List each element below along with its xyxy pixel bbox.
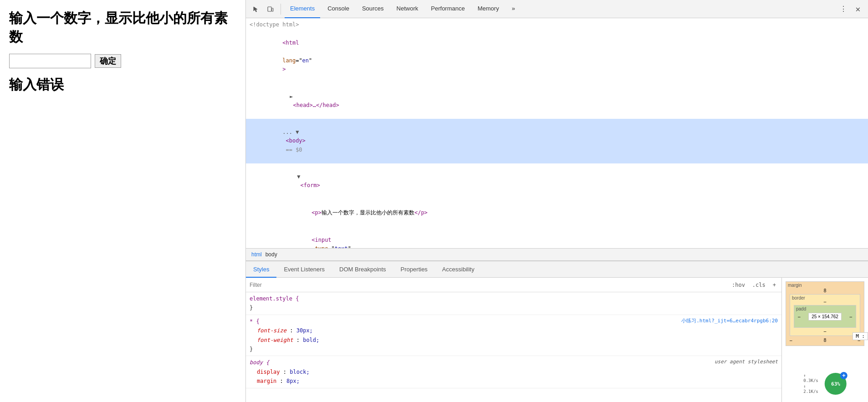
margin-left-val: – xyxy=(790,338,792,343)
filter-bar: :hov .cls + xyxy=(246,278,781,292)
elements-panel: <!doctype html> <html lang="en" > ► <hea… xyxy=(246,18,868,402)
prop-value-fontweight: bold; xyxy=(303,337,319,343)
hov-button[interactable]: :hov xyxy=(730,281,747,289)
tab-properties[interactable]: Properties xyxy=(393,261,435,278)
tab-more[interactable]: » xyxy=(506,0,521,18)
tab-dom-breakpoints[interactable]: DOM Breakpoints xyxy=(332,261,393,278)
css-selector-body-row: body { user agent stylesheet xyxy=(250,358,778,367)
tab-accessibility[interactable]: Accessibility xyxy=(435,261,482,278)
box-model-panel: margin 8 border – xyxy=(781,278,868,402)
tree-line-p[interactable]: <p>输入一个数字，显示比他小的所有素数</p> xyxy=(246,199,868,227)
border-label: border xyxy=(792,295,805,300)
tree-line-form[interactable]: ▼ <form> xyxy=(246,163,868,199)
margin-top-val: 8 xyxy=(824,288,827,293)
html-open-tag: <html lang="en" > xyxy=(250,30,312,82)
prop-value-display: block; xyxy=(290,369,309,375)
number-input[interactable] xyxy=(9,54,91,68)
prop-name-margin: margin xyxy=(257,378,276,384)
doctype-text: <!doctype html> xyxy=(250,20,299,29)
performance-circle: 63% + xyxy=(825,373,847,395)
input-text-tag: <input type="text" id="value" value > xyxy=(279,227,351,248)
network-indicator: ↑ 0.3K/s ↓ 2.1K/s 63% + xyxy=(803,373,847,395)
filter-right: :hov .cls + xyxy=(730,281,778,289)
html-tree[interactable]: <!doctype html> <html lang="en" > ► <hea… xyxy=(246,18,868,248)
page-title: 输入一个数字，显示比他小的所有素数 xyxy=(9,9,236,46)
prop-name-fontweight: font-weight xyxy=(257,337,293,343)
tab-elements[interactable]: Elements xyxy=(285,0,320,18)
border-bottom-val: – xyxy=(824,329,827,334)
cursor-icon[interactable] xyxy=(250,3,262,15)
border-bottom-row: – xyxy=(794,329,856,334)
more-options-icon[interactable]: ⋮ xyxy=(837,3,850,15)
css-colon-4: : xyxy=(280,378,286,384)
breadcrumb-body[interactable]: body xyxy=(264,251,279,258)
net-stats: ↑ 0.3K/s ↓ 2.1K/s xyxy=(803,373,823,395)
css-source-agent: user agent stylesheet xyxy=(715,358,778,366)
breadcrumb-html[interactable]: html xyxy=(250,251,264,258)
svg-rect-1 xyxy=(272,8,273,11)
devtools-toolbar: Elements Console Sources Network Perform… xyxy=(246,0,868,18)
prop-name-fontsize: font-size xyxy=(257,327,286,334)
upload-stat: ↑ 0.3K/s xyxy=(803,373,823,384)
breadcrumb: html body xyxy=(246,248,868,261)
prop-value-fontsize: 30px; xyxy=(296,327,313,334)
css-block-body: body { user agent stylesheet display : b… xyxy=(246,356,781,388)
css-selector-body: body { xyxy=(250,359,269,366)
confirm-button[interactable]: 确定 xyxy=(95,54,121,68)
css-block-star: * { 小练习.html?_ijt=6…ecabr4rpgb6:20 font-… xyxy=(246,315,781,356)
form-tag: ▼ <form> xyxy=(264,164,320,199)
border-box: border – padd – xyxy=(790,294,860,336)
styles-left: :hov .cls + element.style { } xyxy=(246,278,781,402)
padding-left-val: – xyxy=(798,314,801,319)
body-tag: ... ▼ <body> == $0 xyxy=(250,119,306,163)
size-tooltip-text: M : xyxy=(856,333,865,339)
tree-line-doctype[interactable]: <!doctype html> xyxy=(246,20,868,30)
css-block-element-style: element.style { } xyxy=(246,292,781,315)
css-colon-1: : xyxy=(290,327,296,334)
close-devtools-icon[interactable]: ✕ xyxy=(852,3,864,15)
styles-panel: :hov .cls + element.style { } xyxy=(246,278,868,402)
bottom-section: Styles Event Listeners DOM Breakpoints P… xyxy=(246,261,868,402)
svg-rect-0 xyxy=(268,7,271,11)
performance-percent: 63% xyxy=(831,381,840,387)
css-closing-1: } xyxy=(250,303,778,312)
net-stats-row: ↑ 0.3K/s ↓ 2.1K/s 63% + xyxy=(803,373,847,395)
margin-top-row: 8 xyxy=(790,288,860,293)
plus-button[interactable]: + xyxy=(771,281,778,289)
head-tag: ► <head>…</head> xyxy=(257,83,339,118)
margin-bottom-row: – 8 – xyxy=(790,338,860,343)
css-prop-fontweight: font-weight : bold; xyxy=(250,336,778,345)
tab-console[interactable]: Console xyxy=(322,0,355,18)
toolbar-divider-1 xyxy=(281,4,281,15)
tree-line-body[interactable]: ... ▼ <body> == $0 xyxy=(246,119,868,163)
tab-sources[interactable]: Sources xyxy=(357,0,389,18)
input-row: 确定 xyxy=(9,54,236,68)
tab-event-listeners[interactable]: Event Listeners xyxy=(276,261,332,278)
size-tooltip: M : xyxy=(853,332,868,340)
css-colon-2: : xyxy=(296,337,303,343)
css-selector-element: element.style { xyxy=(250,294,778,303)
css-prop-display: display : block; xyxy=(250,367,778,377)
filter-input[interactable] xyxy=(250,282,730,288)
cls-button[interactable]: .cls xyxy=(751,281,767,289)
margin-label: margin xyxy=(788,283,802,288)
tree-line-input-text[interactable]: <input type="text" id="value" value > xyxy=(246,226,868,248)
bottom-tabs: Styles Event Listeners DOM Breakpoints P… xyxy=(246,261,868,278)
tab-memory[interactable]: Memory xyxy=(472,0,505,18)
css-colon-3: : xyxy=(283,369,290,375)
webpage-preview: 输入一个数字，显示比他小的所有素数 确定 输入错误 xyxy=(0,0,246,402)
css-selector-star-row: * { 小练习.html?_ijt=6…ecabr4rpgb6:20 xyxy=(250,317,778,326)
tab-network[interactable]: Network xyxy=(391,0,424,18)
css-source-link-1[interactable]: 小练习.html?_ijt=6…ecabr4rpgb6:20 xyxy=(681,317,778,326)
tree-line-html[interactable]: <html lang="en" > xyxy=(246,30,868,83)
prop-name-display: display xyxy=(257,369,280,375)
prop-value-margin: 8px; xyxy=(286,378,300,384)
p-tag: <p>输入一个数字，显示比他小的所有素数</p> xyxy=(279,200,428,226)
tab-performance[interactable]: Performance xyxy=(425,0,470,18)
devtools-panel: Elements Console Sources Network Perform… xyxy=(246,0,868,402)
padding-label: padd xyxy=(796,306,806,311)
tree-line-head[interactable]: ► <head>…</head> xyxy=(246,83,868,119)
device-toggle-icon[interactable] xyxy=(264,3,277,15)
padding-right-val: – xyxy=(849,314,852,319)
tab-styles[interactable]: Styles xyxy=(246,261,276,278)
